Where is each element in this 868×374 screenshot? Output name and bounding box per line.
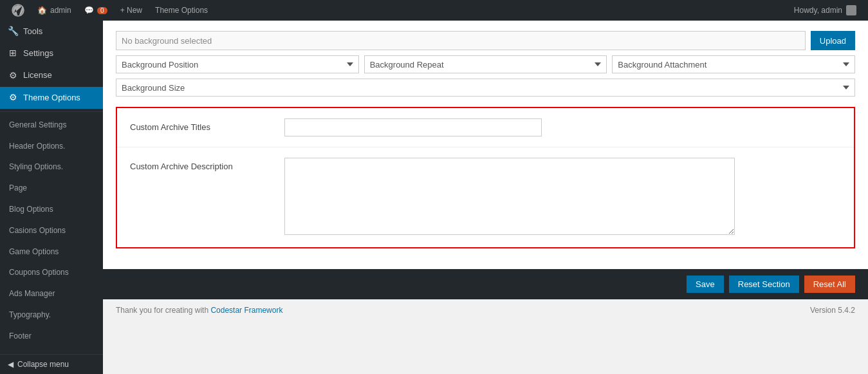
admin-bar: 🏠 admin 💬 0 + New Theme Options Howdy, a…: [0, 0, 868, 21]
sidebar-item-footer[interactable]: Footer: [0, 326, 103, 347]
settings-icon: ⊞: [8, 48, 18, 59]
blog-options-label: Blog Options: [9, 204, 53, 215]
theme-options-breadcrumb[interactable]: Theme Options: [149, 0, 214, 21]
avatar: [846, 5, 856, 15]
sidebar-settings-label: Settings: [23, 48, 53, 59]
bg-dropdowns-row-1: Background Position Background Repeat Ba…: [116, 55, 855, 73]
home-icon: 🏠: [37, 6, 47, 15]
ads-manager-label: Ads Manager: [9, 288, 55, 299]
coupons-options-label: Coupons Options: [9, 267, 69, 278]
styling-options-label: Styling Options.: [9, 162, 63, 173]
sidebar-item-settings[interactable]: ⊞ Settings: [0, 42, 103, 64]
bg-size-select[interactable]: Background Size: [116, 79, 855, 97]
footer-action-bar: Save Reset Section Reset All: [103, 269, 868, 299]
bg-size-row: Background Size: [116, 79, 855, 97]
collapse-menu-button[interactable]: ◀ Collapse menu: [0, 354, 103, 374]
casions-options-label: Casions Options: [9, 225, 66, 236]
version-text: Version 5.4.2: [810, 306, 855, 315]
game-options-label: Game Options: [9, 247, 59, 257]
sidebar-item-general-settings[interactable]: General Settings: [0, 115, 103, 136]
sidebar-item-page[interactable]: Page: [0, 178, 103, 199]
codestar-link[interactable]: Codestar Framework: [210, 306, 282, 315]
custom-archive-description-label: Custom Archive Description: [130, 158, 272, 171]
sidebar-item-blog-options[interactable]: Blog Options: [0, 199, 103, 220]
theme-options-icon: ⚙: [8, 93, 18, 103]
general-settings-label: General Settings: [9, 120, 66, 131]
custom-archive-titles-label: Custom Archive Titles: [130, 118, 272, 132]
bg-no-background-input[interactable]: [116, 31, 806, 50]
header-options-label: Header Options.: [9, 141, 65, 152]
page-footer: Thank you for creating with Codestar Fra…: [103, 299, 868, 321]
upload-button[interactable]: Upload: [811, 31, 855, 50]
main-layout: 🔧 Tools ⊞ Settings ⚙ License ⚙ Theme Opt…: [0, 21, 868, 374]
sidebar-item-game-options[interactable]: Game Options: [0, 241, 103, 263]
page-footer-text: Thank you for creating with Codestar Fra…: [116, 306, 282, 315]
custom-archive-description-textarea[interactable]: [284, 158, 735, 235]
sidebar-item-theme-options[interactable]: ⚙ Theme Options: [0, 87, 103, 109]
sidebar: 🔧 Tools ⊞ Settings ⚙ License ⚙ Theme Opt…: [0, 21, 103, 374]
comments-count: 0: [97, 7, 107, 14]
sidebar-item-license[interactable]: ⚙ License: [0, 64, 103, 86]
bg-attachment-select[interactable]: Background Attachment: [612, 55, 855, 73]
footer-label: Footer: [9, 331, 32, 342]
custom-archive-titles-input[interactable]: [284, 118, 542, 136]
new-label: + New: [120, 6, 142, 15]
sidebar-item-typography[interactable]: Typography.: [0, 304, 103, 326]
sidebar-theme-options-label: Theme Options: [23, 92, 80, 104]
custom-archive-titles-control: [284, 118, 841, 136]
sidebar-tools-label: Tools: [23, 26, 42, 37]
wp-logo-button[interactable]: [5, 0, 31, 21]
thank-you-text: Thank you for creating with: [116, 306, 208, 315]
site-name-button[interactable]: 🏠 admin: [31, 0, 78, 21]
howdy-text: Howdy, admin: [794, 6, 842, 15]
sidebar-item-casions-options[interactable]: Casions Options: [0, 220, 103, 241]
sidebar-item-tools[interactable]: 🔧 Tools: [0, 21, 103, 42]
sidebar-divider-1: [0, 111, 103, 112]
admin-bar-left: 🏠 admin 💬 0 + New Theme Options: [5, 0, 788, 21]
sidebar-item-coupons-options[interactable]: Coupons Options: [0, 262, 103, 283]
new-button[interactable]: + New: [114, 0, 149, 21]
comments-button[interactable]: 💬 0: [78, 0, 114, 21]
sidebar-license-label: License: [23, 70, 52, 81]
bg-repeat-select[interactable]: Background Repeat: [364, 55, 607, 73]
bg-position-select[interactable]: Background Position: [116, 55, 359, 73]
collapse-menu-label: Collapse menu: [17, 360, 69, 369]
highlighted-section: Custom Archive Titles Custom Archive Des…: [116, 107, 855, 248]
main-content: Upload Background Position Background Re…: [103, 21, 868, 374]
tools-icon: 🔧: [8, 26, 18, 37]
save-button[interactable]: Save: [687, 276, 724, 293]
comment-icon: 💬: [84, 6, 94, 15]
admin-site-name: admin: [50, 6, 71, 15]
page-label: Page: [9, 183, 27, 194]
admin-bar-right: Howdy, admin: [788, 5, 863, 15]
sidebar-item-styling-options[interactable]: Styling Options.: [0, 156, 103, 178]
sidebar-item-ads-manager[interactable]: Ads Manager: [0, 283, 103, 304]
custom-archive-description-control: [284, 158, 841, 237]
collapse-arrow-icon: ◀: [8, 360, 14, 369]
custom-archive-titles-row: Custom Archive Titles: [117, 108, 854, 147]
license-icon: ⚙: [8, 70, 18, 80]
reset-all-button[interactable]: Reset All: [804, 276, 855, 293]
content-area: Upload Background Position Background Re…: [103, 21, 868, 269]
typography-label: Typography.: [9, 310, 51, 321]
howdy-section: Howdy, admin: [788, 5, 863, 15]
custom-archive-description-row: Custom Archive Description: [117, 147, 854, 247]
bg-selector-row: Upload: [116, 31, 855, 50]
reset-section-button[interactable]: Reset Section: [729, 276, 799, 293]
theme-options-bar-label: Theme Options: [155, 6, 208, 15]
sidebar-item-header-options[interactable]: Header Options.: [0, 136, 103, 157]
